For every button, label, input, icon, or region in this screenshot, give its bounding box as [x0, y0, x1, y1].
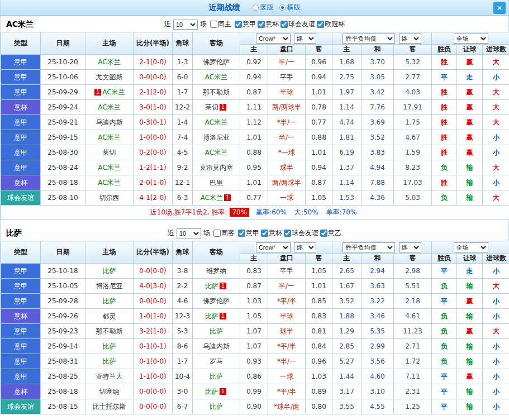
odds-average-select[interactable]: 胜平负均值 [342, 34, 395, 44]
euro-final-select[interactable]: 终 [399, 34, 421, 44]
league-type-cell: 意杯 [1, 175, 41, 190]
section-header: AC米兰 近 10 场 同主 意甲意杯球会友谊欧冠杯 [1, 17, 508, 32]
away-team-cell: 乌迪内斯 [193, 339, 240, 354]
ah-home-odds: 0.93 [240, 354, 268, 369]
table-row: 意甲25-08-31比萨0-1(0-0)1-7罗马0.93*半/一0.965.2… [1, 354, 509, 369]
league-type-cell: 意甲 [1, 85, 41, 100]
league-filter-checkbox[interactable] [280, 21, 288, 28]
bookmaker-select[interactable]: Crow* [256, 34, 291, 44]
draw-odds: 3.46 [361, 309, 394, 324]
vertical-layout-radio-icon [253, 4, 259, 11]
col-home: 主场 [85, 241, 134, 264]
draw-odds: 3.56 [361, 354, 394, 369]
league-filter-checkbox[interactable] [284, 230, 291, 237]
away-team-name: 乌迪内斯 [203, 342, 230, 350]
handicap-result-cell: 赢 [457, 369, 483, 384]
away-team-cell: 莱切1 [193, 100, 240, 115]
handicap-result-cell: 走 [457, 264, 483, 279]
home-team-cell: 亚特兰大 [85, 369, 134, 384]
corner-cell: 2-2 [173, 279, 193, 294]
euro-odds-header: 胜平负均值 终 [332, 32, 432, 45]
recent-count-select[interactable]: 10 [173, 20, 198, 30]
league-filter-意甲[interactable]: 意甲 [236, 228, 259, 238]
away-win-odds: 17.03 [394, 175, 432, 190]
team-section: AC米兰 近 10 场 同主 意甲意杯球会友谊欧冠杯 类型 日期 主场 [1, 17, 508, 220]
league-filter-checkbox[interactable] [258, 21, 265, 28]
table-row: 意甲25-09-14比萨0-1(0-1)8-6乌迪内斯1.07*平/半0.842… [1, 339, 509, 354]
away-team-name: AC米兰 [201, 194, 223, 202]
col-result: 胜负 [432, 45, 457, 55]
away-team-cell: 维罗纳 [193, 264, 240, 279]
away-team-name: 维罗纳 [206, 267, 226, 275]
ah-home-odds: 1.03 [240, 294, 268, 309]
league-filter-球会友谊[interactable]: 球会友谊 [279, 20, 315, 29]
away-win-odds: 5.32 [394, 55, 432, 70]
handicap-cell: 球半 [268, 324, 306, 339]
corner-cell: 12-1 [173, 175, 193, 190]
col-corner: 角球 [173, 241, 193, 264]
date-cell: 25-09-24 [41, 100, 85, 115]
ah-home-odds: 0.87 [240, 279, 268, 294]
league-filter-checkbox[interactable] [261, 230, 268, 237]
corner-cell: 3-8 [173, 264, 193, 279]
result-cell: 负 [432, 309, 457, 324]
league-filter-checkbox[interactable] [320, 230, 327, 237]
same-venue-checkbox[interactable] [210, 21, 217, 28]
games-label: 场 [203, 228, 210, 238]
euro-final-select[interactable]: 终 [399, 242, 421, 252]
goals-result-cell: 小 [483, 354, 509, 369]
same-venue-filter[interactable]: 同客 [212, 228, 235, 238]
result-cell: 胜 [432, 115, 457, 130]
result-cell: 平 [432, 70, 457, 85]
league-type-cell: 球会友谊 [1, 399, 41, 414]
col-odds-home: 主 [332, 254, 361, 264]
league-filter-欧冠杯[interactable]: 欧冠杯 [315, 20, 345, 29]
league-filter-球会友谊[interactable]: 球会友谊 [282, 228, 318, 238]
ah-home-odds: 1.05 [240, 309, 268, 324]
league-filter-意甲[interactable]: 意甲 [233, 20, 256, 29]
filter-bar: 近 10 场 同主 意甲意杯球会友谊欧冠杯 [164, 20, 345, 30]
date-cell: 25-09-26 [41, 309, 85, 324]
draw-odds: 3.05 [361, 70, 394, 85]
vertical-layout-radio[interactable]: 竖版 [253, 3, 274, 12]
same-venue-checkbox[interactable] [213, 230, 221, 237]
recent-count-select[interactable]: 10 [177, 228, 201, 238]
col-ah-away: 客 [306, 254, 332, 264]
scope-select[interactable]: 全场 [454, 34, 488, 44]
goals-result-cell: 小 [483, 264, 509, 279]
league-filter-意杯[interactable]: 意杯 [259, 228, 282, 238]
date-cell: 25-10-18 [41, 264, 85, 279]
league-filter-意乙[interactable]: 意乙 [318, 228, 341, 238]
asian-final-select[interactable]: 终 [294, 34, 316, 44]
corner-cell: 1-7 [173, 354, 193, 369]
away-win-odds: 1.75 [394, 115, 432, 130]
same-venue-filter[interactable]: 同主 [208, 20, 231, 29]
league-filter-checkbox[interactable] [317, 21, 324, 28]
ah-home-odds: 1.07 [240, 339, 268, 354]
ah-away-odds: 0.80 [306, 399, 332, 414]
team-name: AC米兰 [6, 20, 34, 30]
handicap-cell: 球半 [268, 160, 306, 175]
away-win-odds: 1.59 [394, 145, 432, 160]
handicap-result-cell: 输 [457, 190, 483, 206]
league-filter-checkbox[interactable] [235, 21, 242, 28]
home-win-odds: 1.88 [332, 309, 361, 324]
horizontal-layout-radio[interactable]: 横版 [279, 3, 301, 12]
league-filter-checkbox[interactable] [238, 230, 245, 237]
league-type-cell: 意甲 [1, 145, 41, 160]
close-button[interactable]: ✕ [493, 2, 506, 14]
ah-home-odds: 1.11 [240, 100, 268, 115]
odds-average-select[interactable]: 胜平负均值 [342, 242, 395, 252]
home-team-name: AC米兰 [98, 58, 120, 66]
asian-final-select[interactable]: 终 [294, 242, 316, 252]
away-team-name: 比萨 [210, 403, 223, 411]
away-team-name: 克雷莫内塞 [199, 164, 233, 171]
away-win-odds: 5.03 [394, 190, 432, 206]
home-team-cell: AC米兰 [85, 160, 134, 175]
bookmaker-select[interactable]: Crow* [256, 242, 291, 252]
league-filter-意杯[interactable]: 意杯 [256, 20, 279, 29]
scope-select[interactable]: 全场 [454, 242, 488, 252]
home-team-name: 比士托尔斯 [93, 403, 126, 411]
date-cell: 25-08-18 [41, 175, 85, 190]
home-team-cell: 比萨 [85, 264, 134, 279]
